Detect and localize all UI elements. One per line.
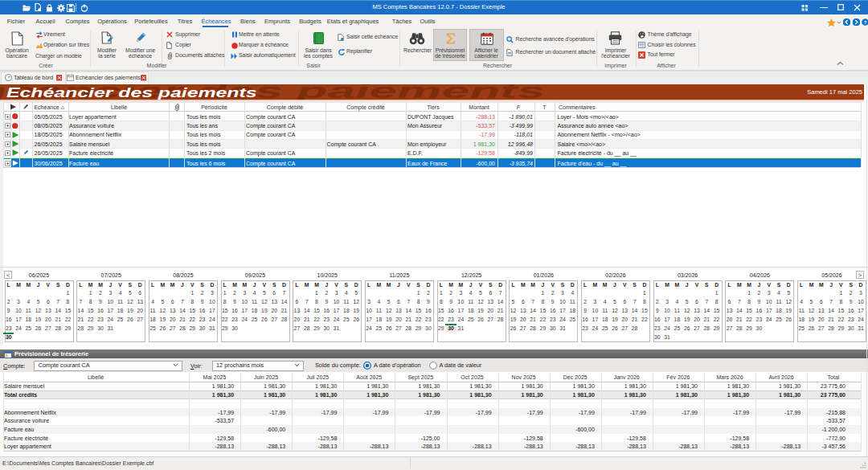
svg-text:?: ? — [863, 20, 866, 25]
